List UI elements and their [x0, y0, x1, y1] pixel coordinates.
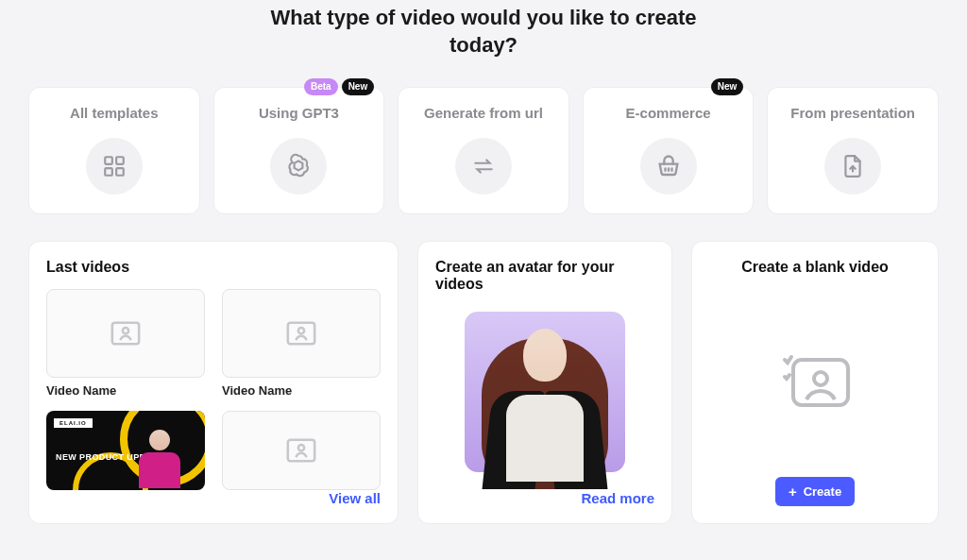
video-thumbnail-placeholder: [46, 289, 205, 378]
page-title: What type of video would you like to cre…: [238, 5, 729, 59]
video-type-options: All templates Beta New Using GPT3: [28, 87, 939, 214]
create-avatar-panel: Create an avatar for your videos Read mo…: [417, 241, 672, 524]
svg-rect-0: [105, 157, 112, 164]
svg-rect-2: [105, 168, 112, 176]
new-badge: New: [711, 78, 744, 95]
new-badge: New: [342, 78, 375, 95]
option-label: E-commerce: [593, 105, 744, 121]
svg-point-11: [814, 372, 827, 385]
svg-rect-3: [116, 168, 124, 176]
plus-icon: +: [789, 486, 797, 498]
video-item[interactable]: [222, 411, 381, 490]
file-upload-icon: [824, 138, 881, 195]
last-videos-panel: Last videos Video Name: [28, 241, 399, 524]
option-from-presentation[interactable]: From presentation: [767, 87, 939, 214]
video-item[interactable]: Video Name: [222, 289, 381, 398]
svg-point-5: [123, 328, 128, 333]
beta-badge: Beta: [304, 78, 338, 95]
basket-icon: [640, 138, 697, 195]
video-thumbnail-product: ELAI.IO NEW PRODUCT UPDATE: [46, 411, 205, 490]
svg-point-7: [298, 328, 304, 333]
brand-tag: ELAI.IO: [54, 418, 93, 428]
create-blank-panel: Create a blank video + Create: [691, 241, 939, 524]
read-more-link[interactable]: Read more: [435, 490, 654, 506]
video-item[interactable]: Video Name: [46, 289, 205, 398]
svg-point-9: [298, 445, 304, 450]
panel-title: Last videos: [46, 259, 381, 276]
swap-icon: [455, 138, 512, 195]
blank-video-icon: [774, 348, 856, 418]
panel-title: Create a blank video: [709, 259, 921, 276]
option-label: Generate from url: [408, 105, 559, 121]
video-name: Video Name: [222, 383, 381, 398]
panel-title: Create an avatar for your videos: [435, 259, 654, 293]
panels: Last videos Video Name: [28, 241, 939, 524]
grid-icon: [86, 138, 143, 195]
video-item[interactable]: ELAI.IO NEW PRODUCT UPDATE: [46, 411, 205, 490]
option-using-gpt3[interactable]: Beta New Using GPT3: [213, 87, 385, 214]
option-all-templates[interactable]: All templates: [28, 87, 200, 214]
video-thumbnail-placeholder: [222, 289, 381, 378]
openai-icon: [270, 138, 327, 195]
video-thumbnail-placeholder: [222, 411, 381, 490]
option-label: Using GPT3: [224, 105, 375, 121]
avatar-image: [465, 312, 625, 472]
option-label: From presentation: [777, 105, 928, 121]
option-generate-from-url[interactable]: Generate from url: [398, 87, 569, 214]
create-button[interactable]: + Create: [775, 477, 855, 506]
view-all-link[interactable]: View all: [46, 490, 381, 506]
option-label: All templates: [39, 105, 190, 121]
option-ecommerce[interactable]: New E-commerce: [583, 87, 755, 214]
svg-rect-10: [793, 360, 848, 405]
svg-rect-1: [116, 157, 124, 164]
create-button-label: Create: [804, 484, 841, 499]
video-name: Video Name: [46, 383, 205, 398]
